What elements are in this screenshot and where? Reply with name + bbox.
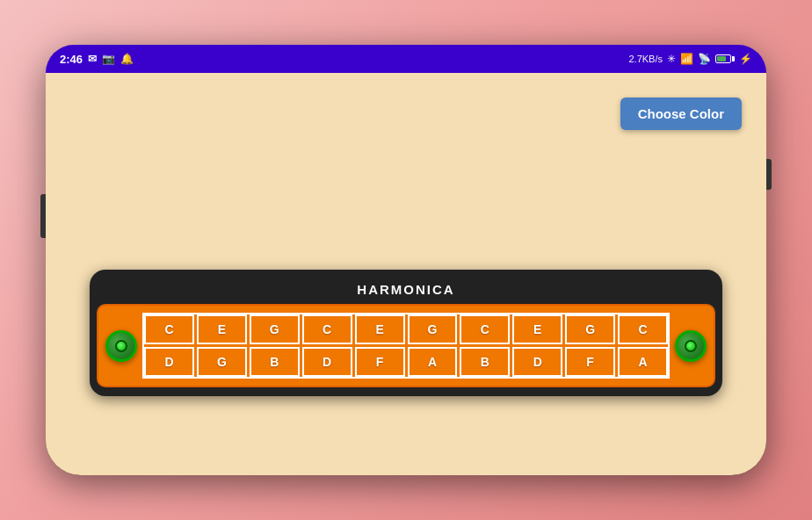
key-f2[interactable]: F bbox=[565, 347, 615, 377]
key-c1[interactable]: C bbox=[144, 314, 194, 344]
time-display: 2:46 bbox=[60, 53, 83, 66]
harmonica-title: HARMONICA bbox=[97, 277, 715, 304]
key-g2[interactable]: G bbox=[408, 314, 458, 344]
key-d2[interactable]: D bbox=[302, 347, 352, 377]
key-b2[interactable]: B bbox=[460, 347, 510, 377]
harmonica-keys-grid: C E G C E G C E G C D G B D bbox=[142, 313, 670, 379]
knob-right bbox=[675, 330, 707, 362]
key-c3[interactable]: C bbox=[460, 314, 510, 344]
status-left: 2:46 ✉ 📷 🔔 bbox=[60, 53, 134, 66]
key-g4[interactable]: G bbox=[197, 347, 247, 377]
knob-left-inner bbox=[115, 340, 127, 352]
app-screen: Choose Color HARMONICA C E G C E bbox=[46, 73, 766, 475]
key-a2[interactable]: A bbox=[618, 347, 668, 377]
speed-display: 2.7KB/s bbox=[628, 54, 663, 64]
harmonica-container: HARMONICA C E G C E G C E bbox=[90, 270, 722, 396]
bluetooth-icon: ✳ bbox=[667, 53, 676, 65]
key-d1[interactable]: D bbox=[144, 347, 194, 377]
key-e1[interactable]: E bbox=[197, 314, 247, 344]
instagram-icon: 📷 bbox=[102, 53, 115, 65]
phone-frame: 2:46 ✉ 📷 🔔 2.7KB/s ✳ 📶 📡 ⚡ Choose Color bbox=[46, 45, 766, 475]
knob-right-inner bbox=[685, 340, 697, 352]
signal-icon: 📶 bbox=[680, 53, 693, 65]
key-e3[interactable]: E bbox=[512, 314, 562, 344]
harmonica-keys-area: C E G C E G C E G C D G B D bbox=[97, 304, 715, 387]
status-bar: 2:46 ✉ 📷 🔔 2.7KB/s ✳ 📶 📡 ⚡ bbox=[46, 45, 766, 73]
side-button-right bbox=[766, 159, 772, 190]
key-f1[interactable]: F bbox=[355, 347, 405, 377]
key-d3[interactable]: D bbox=[512, 347, 562, 377]
key-c4[interactable]: C bbox=[618, 314, 668, 344]
key-g1[interactable]: G bbox=[250, 314, 300, 344]
knob-left bbox=[105, 330, 137, 362]
choose-color-button[interactable]: Choose Color bbox=[620, 98, 742, 130]
key-g3[interactable]: G bbox=[565, 314, 615, 344]
charging-icon: ⚡ bbox=[739, 53, 752, 65]
key-e2[interactable]: E bbox=[355, 314, 405, 344]
key-b1[interactable]: B bbox=[250, 347, 300, 377]
notification-icon: 🔔 bbox=[120, 53, 134, 65]
status-right: 2.7KB/s ✳ 📶 📡 ⚡ bbox=[628, 53, 752, 65]
harmonica-body: HARMONICA C E G C E G C E bbox=[90, 270, 722, 396]
key-c2[interactable]: C bbox=[302, 314, 352, 344]
mail-icon: ✉ bbox=[88, 53, 97, 65]
key-a1[interactable]: A bbox=[408, 347, 458, 377]
battery-indicator bbox=[715, 54, 735, 63]
wifi-icon: 📡 bbox=[698, 53, 711, 65]
